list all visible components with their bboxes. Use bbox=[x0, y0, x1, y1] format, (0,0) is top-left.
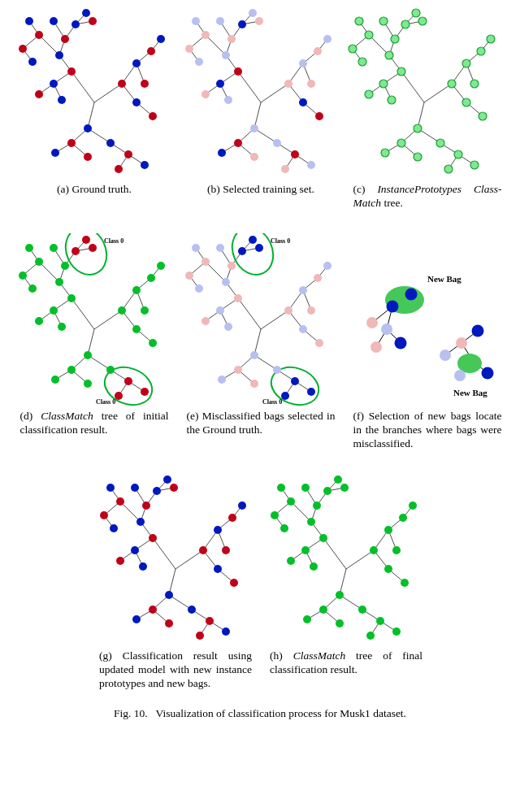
tree-e: Class 0 Class 0 bbox=[181, 233, 340, 408]
caption-d-pre bbox=[32, 410, 41, 422]
svg-point-95 bbox=[72, 247, 80, 255]
subfig-row-1: (a) Ground truth. bbox=[0, 7, 520, 211]
label-class0-e-bot: Class 0 bbox=[262, 398, 282, 406]
svg-point-44 bbox=[299, 59, 307, 67]
svg-point-129 bbox=[222, 278, 230, 286]
svg-point-102 bbox=[58, 323, 66, 331]
svg-point-91 bbox=[19, 271, 27, 280]
svg-point-26 bbox=[124, 150, 132, 158]
svg-point-133 bbox=[224, 323, 232, 331]
svg-point-180 bbox=[222, 546, 230, 554]
caption-h: (h) ClassMatch tree of final classificat… bbox=[260, 648, 431, 677]
svg-point-55 bbox=[291, 150, 299, 158]
svg-point-18 bbox=[141, 80, 149, 88]
svg-point-3 bbox=[28, 58, 37, 66]
svg-point-201 bbox=[319, 534, 327, 542]
svg-point-140 bbox=[315, 339, 323, 347]
svg-point-130 bbox=[234, 294, 242, 302]
svg-point-101 bbox=[35, 317, 43, 325]
svg-point-205 bbox=[370, 546, 378, 554]
svg-point-61 bbox=[358, 58, 366, 66]
svg-point-125 bbox=[228, 262, 236, 270]
caption-e-text: Misclassified bags selected in the Groun… bbox=[187, 410, 336, 436]
svg-point-42 bbox=[224, 96, 232, 104]
svg-point-23 bbox=[51, 149, 59, 157]
svg-point-132 bbox=[202, 317, 210, 325]
subfig-b: (b) Selected training set. bbox=[177, 7, 344, 211]
svg-point-182 bbox=[230, 579, 238, 587]
caption-g: (g) Classification result using updated … bbox=[89, 648, 260, 691]
svg-point-154 bbox=[381, 323, 392, 335]
tree-g bbox=[96, 473, 254, 648]
svg-point-36 bbox=[249, 9, 257, 17]
svg-point-210 bbox=[384, 565, 392, 573]
caption-d-ital: ClassMatch bbox=[41, 410, 93, 422]
svg-point-218 bbox=[392, 627, 401, 636]
tree-a bbox=[15, 7, 173, 181]
svg-point-131 bbox=[216, 306, 224, 315]
svg-point-171 bbox=[136, 518, 145, 526]
svg-point-156 bbox=[394, 337, 406, 349]
svg-point-206 bbox=[384, 526, 392, 534]
svg-point-108 bbox=[132, 325, 141, 333]
svg-point-116 bbox=[141, 388, 149, 396]
svg-point-25 bbox=[106, 139, 115, 147]
svg-point-29 bbox=[202, 31, 210, 39]
svg-point-84 bbox=[454, 150, 462, 158]
tree-h bbox=[266, 473, 425, 648]
svg-point-177 bbox=[214, 526, 222, 534]
svg-point-63 bbox=[391, 35, 399, 43]
svg-point-192 bbox=[277, 484, 285, 492]
svg-point-75 bbox=[487, 35, 495, 43]
caption-f-id: (f) bbox=[353, 410, 365, 422]
svg-point-80 bbox=[397, 139, 405, 147]
svg-point-41 bbox=[202, 90, 210, 98]
fig-title: Visualization of classification process … bbox=[156, 707, 406, 719]
svg-point-30 bbox=[192, 17, 200, 25]
svg-point-137 bbox=[323, 262, 332, 270]
caption-c-pre bbox=[365, 183, 377, 195]
svg-point-144 bbox=[250, 380, 258, 388]
svg-point-85 bbox=[470, 161, 479, 169]
svg-point-184 bbox=[149, 606, 157, 614]
label-newbag-top: New Bag bbox=[427, 274, 462, 284]
svg-point-90 bbox=[25, 244, 33, 252]
svg-point-45 bbox=[314, 47, 322, 55]
svg-point-43 bbox=[284, 80, 292, 88]
svg-point-162 bbox=[116, 497, 124, 506]
svg-point-106 bbox=[157, 262, 165, 270]
svg-point-122 bbox=[185, 271, 193, 280]
svg-point-59 bbox=[355, 17, 363, 25]
caption-h-ital: ClassMatch bbox=[293, 649, 346, 662]
svg-point-175 bbox=[139, 562, 147, 571]
svg-point-161 bbox=[454, 370, 466, 381]
svg-point-214 bbox=[303, 615, 311, 623]
tree-b bbox=[181, 7, 340, 181]
svg-point-148 bbox=[281, 392, 289, 400]
svg-point-57 bbox=[281, 165, 289, 173]
svg-point-195 bbox=[301, 484, 310, 492]
tree-d: Class 0 Class 0 bbox=[15, 233, 173, 408]
svg-point-142 bbox=[234, 366, 242, 374]
svg-point-200 bbox=[307, 518, 315, 526]
svg-point-56 bbox=[307, 161, 315, 169]
svg-point-79 bbox=[414, 124, 422, 132]
svg-point-104 bbox=[132, 286, 141, 294]
svg-point-173 bbox=[131, 546, 139, 554]
svg-point-136 bbox=[314, 274, 322, 282]
svg-point-96 bbox=[82, 236, 90, 244]
fig-number: Fig. 10. bbox=[114, 707, 148, 719]
caption-h-pre bbox=[283, 649, 293, 662]
caption-e: (e) Misclassified bags selected in the G… bbox=[177, 408, 344, 437]
svg-point-186 bbox=[165, 619, 173, 627]
svg-point-19 bbox=[132, 98, 141, 106]
svg-point-217 bbox=[376, 617, 384, 625]
svg-point-32 bbox=[195, 58, 203, 66]
svg-point-185 bbox=[132, 615, 141, 623]
svg-point-28 bbox=[115, 165, 123, 173]
svg-point-65 bbox=[412, 9, 420, 17]
svg-point-76 bbox=[470, 80, 479, 88]
caption-c: (c) InstancePrototypes Class-Match tree. bbox=[344, 181, 510, 211]
subfig-d: Class 0 Class 0 (d) ClassMatch tree of i… bbox=[11, 233, 177, 451]
svg-point-100 bbox=[50, 306, 58, 315]
